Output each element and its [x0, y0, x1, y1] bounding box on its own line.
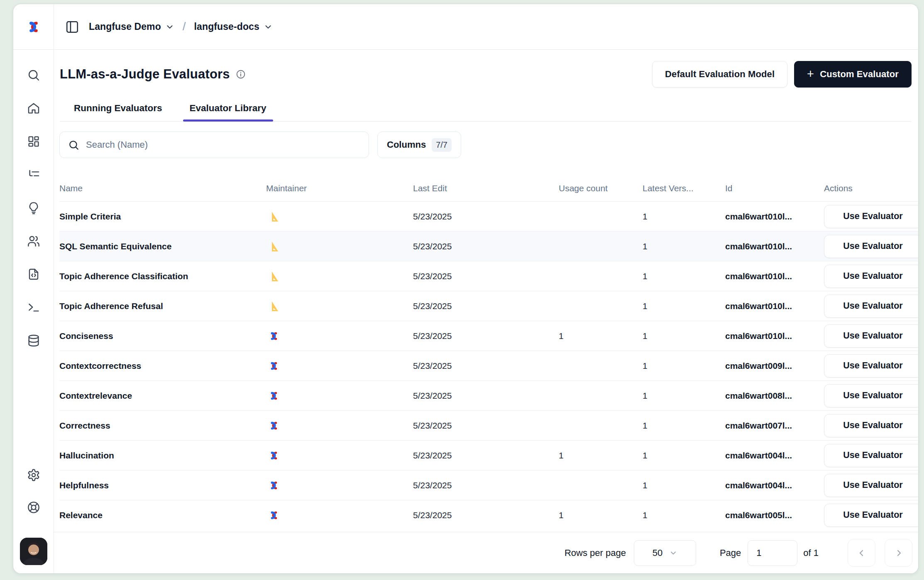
- langfuse-icon: [268, 360, 280, 372]
- sidebar-item-dashboards[interactable]: [27, 134, 41, 149]
- search-icon: [27, 68, 40, 82]
- project-name: langfuse-docs: [194, 21, 259, 32]
- chevron-right-icon: [894, 548, 904, 558]
- use-evaluator-button[interactable]: Use Evaluator: [824, 324, 918, 348]
- tab-running-evaluators[interactable]: Running Evaluators: [67, 103, 169, 121]
- maintainer-cell: [266, 240, 413, 253]
- chevron-left-icon: [857, 548, 867, 558]
- table-row[interactable]: Topic Adherence Classification 5/23/2025…: [59, 261, 918, 291]
- evaluator-id: cmal6wart010l...: [725, 241, 824, 251]
- use-evaluator-button[interactable]: Use Evaluator: [824, 414, 918, 437]
- table-row[interactable]: Simple Criteria 5/23/2025 1 cmal6wart010…: [59, 201, 918, 231]
- columns-button[interactable]: Columns 7/7: [377, 132, 461, 158]
- use-evaluator-button[interactable]: Use Evaluator: [824, 354, 918, 378]
- user-avatar[interactable]: [20, 538, 47, 565]
- use-evaluator-button[interactable]: Use Evaluator: [824, 444, 918, 467]
- evaluator-id: cmal6wart010l...: [725, 301, 824, 311]
- sidebar-item-playground[interactable]: [27, 300, 41, 314]
- maintainer-cell: [266, 390, 413, 402]
- sidebar-toggle-button[interactable]: [65, 19, 80, 34]
- evaluator-name: Hallucination: [59, 451, 266, 461]
- terminal-icon: [27, 301, 40, 314]
- langfuse-icon: [268, 390, 280, 402]
- column-header-name: Name: [59, 183, 266, 193]
- langfuse-logo[interactable]: [13, 4, 54, 49]
- maintainer-cell: [266, 330, 413, 342]
- last-edit-date: 5/23/2025: [413, 451, 559, 461]
- evaluator-id: cmal6wart010l...: [725, 271, 824, 281]
- evaluator-name: Topic Adherence Classification: [59, 271, 266, 281]
- sidebar-item-settings[interactable]: [27, 468, 41, 482]
- evaluator-id: cmal6wart008l...: [725, 391, 824, 401]
- ragas-triangle-icon: [268, 300, 280, 312]
- sidebar-item-users[interactable]: [27, 234, 41, 248]
- use-evaluator-button[interactable]: Use Evaluator: [824, 235, 918, 258]
- evaluator-table: Name Maintainer Last Edit Usage count La…: [54, 158, 918, 530]
- chevron-down-icon: [264, 22, 273, 32]
- maintainer-cell: [266, 449, 413, 462]
- evaluator-name: Helpfulness: [59, 480, 266, 490]
- langfuse-icon: [268, 449, 280, 462]
- rows-per-page-select[interactable]: 50: [634, 540, 696, 566]
- search-input[interactable]: [86, 139, 360, 150]
- column-header-id: Id: [725, 183, 824, 193]
- last-edit-date: 5/23/2025: [413, 271, 559, 281]
- columns-label: Columns: [387, 139, 426, 150]
- sidebar-item-tracing[interactable]: [27, 168, 41, 182]
- use-evaluator-button[interactable]: Use Evaluator: [824, 474, 918, 497]
- usage-count: 1: [559, 510, 643, 520]
- sidebar-item-prompts[interactable]: [27, 267, 41, 281]
- breadcrumb-separator: /: [180, 20, 188, 33]
- table-row[interactable]: Contextrelevance 5/23/2025 1 cmal6wart00…: [59, 380, 918, 410]
- evaluator-name: Contextrelevance: [59, 391, 266, 401]
- info-icon[interactable]: [236, 69, 246, 79]
- sidebar-item-home[interactable]: [27, 101, 41, 115]
- table-row[interactable]: Correctness 5/23/2025 1 cmal6wart007l...…: [59, 410, 918, 440]
- project-selector[interactable]: langfuse-docs: [194, 21, 273, 32]
- use-evaluator-button[interactable]: Use Evaluator: [824, 295, 918, 318]
- latest-version: 1: [643, 331, 725, 341]
- use-evaluator-button[interactable]: Use Evaluator: [824, 205, 918, 228]
- maintainer-cell: [266, 509, 413, 522]
- ragas-triangle-icon: [268, 240, 280, 253]
- latest-version: 1: [643, 241, 725, 251]
- latest-version: 1: [643, 361, 725, 371]
- sidebar-item-datasets[interactable]: [27, 334, 41, 348]
- sidebar-item-support[interactable]: [27, 500, 41, 514]
- sidebar-item-evaluation[interactable]: [27, 201, 41, 215]
- table-row[interactable]: Relevance 5/23/2025 1 1 cmal6wart005l...…: [59, 500, 918, 530]
- search-box: [59, 132, 369, 158]
- panel-left-icon: [65, 19, 80, 34]
- next-page-button[interactable]: [885, 539, 912, 567]
- use-evaluator-button[interactable]: Use Evaluator: [824, 265, 918, 288]
- custom-evaluator-button[interactable]: + Custom Evaluator: [794, 61, 912, 88]
- sidebar-item-search[interactable]: [27, 68, 41, 82]
- langfuse-knot-icon: [25, 19, 42, 35]
- tab-evaluator-library[interactable]: Evaluator Library: [183, 103, 273, 121]
- use-evaluator-button[interactable]: Use Evaluator: [824, 384, 918, 407]
- table-row[interactable]: Contextcorrectness 5/23/2025 1 cmal6wart…: [59, 351, 918, 380]
- latest-version: 1: [643, 421, 725, 431]
- previous-page-button[interactable]: [848, 539, 875, 567]
- usage-count: 1: [559, 451, 643, 461]
- maintainer-cell: [266, 210, 413, 223]
- sidebar: [13, 50, 54, 573]
- langfuse-icon: [268, 479, 280, 492]
- page-number-input[interactable]: [748, 540, 797, 566]
- use-evaluator-button[interactable]: Use Evaluator: [824, 504, 918, 527]
- table-row[interactable]: Topic Adherence Refusal 5/23/2025 1 cmal…: [59, 291, 918, 321]
- table-row[interactable]: Conciseness 5/23/2025 1 1 cmal6wart010l.…: [59, 321, 918, 351]
- avatar-photo: [20, 538, 47, 565]
- default-evaluation-model-button[interactable]: Default Evaluation Model: [652, 61, 787, 88]
- latest-version: 1: [643, 480, 725, 490]
- org-selector[interactable]: Langfuse Demo: [89, 21, 174, 32]
- evaluator-id: cmal6wart004l...: [725, 451, 824, 461]
- column-header-actions: Actions: [824, 183, 918, 193]
- search-icon: [68, 139, 79, 151]
- evaluator-name: Contextcorrectness: [59, 361, 266, 371]
- table-row[interactable]: Hallucination 5/23/2025 1 1 cmal6wart004…: [59, 440, 918, 470]
- rows-per-page-value: 50: [653, 548, 662, 558]
- life-buoy-icon: [27, 501, 40, 514]
- table-row[interactable]: SQL Semantic Equivalence 5/23/2025 1 cma…: [59, 231, 918, 261]
- table-row[interactable]: Helpfulness 5/23/2025 1 cmal6wart004l...…: [59, 470, 918, 500]
